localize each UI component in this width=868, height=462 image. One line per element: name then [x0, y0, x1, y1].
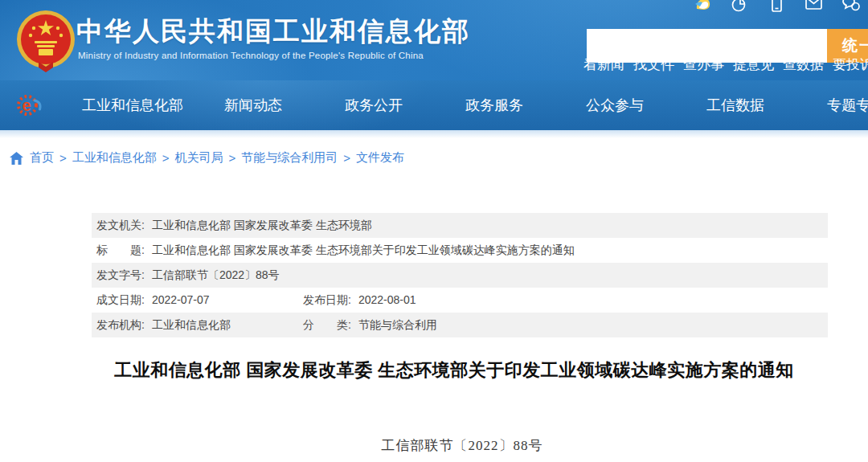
nav-item[interactable]: 政务公开	[313, 80, 434, 130]
quick-link[interactable]: 查数据	[783, 55, 824, 74]
meta-label: 发布机构:	[96, 318, 145, 331]
meta-cell: 发布日期:2022-08-01	[303, 288, 416, 313]
meta-value: 工业和信息化部	[152, 318, 231, 331]
meta-label: 成文日期:	[96, 293, 145, 306]
quick-link[interactable]: 查办事	[683, 55, 724, 74]
nav-item[interactable]: 工信数据	[675, 80, 796, 130]
meta-value: 工业和信息化部 国家发展改革委 生态环境部关于印发工业领域碳达峰实施方案的通知	[152, 243, 575, 256]
quick-link[interactable]: 提意见	[733, 55, 774, 74]
mascot-icon[interactable]	[693, 0, 713, 14]
miit-e-logo-icon[interactable]: e	[15, 90, 44, 121]
doc-number: 工信部联节〔2022〕88号	[76, 436, 848, 455]
mobile-icon[interactable]	[767, 0, 787, 14]
meta-label: 发文机关:	[96, 219, 145, 231]
quick-links: 看新闻找文件查办事提意见查数据要投诉	[583, 55, 868, 74]
breadcrumb-item[interactable]: 文件发布	[356, 150, 404, 166]
nav-item[interactable]: 公众参与	[555, 80, 675, 130]
meta-label: 发布日期:	[303, 293, 351, 306]
meta-value: 2022-07-07	[152, 293, 210, 306]
meta-cell: 标 题:工业和信息化部 国家发展改革委 生态环境部关于印发工业领域碳达峰实施方案…	[96, 238, 575, 263]
meta-value: 节能与综合利用	[358, 318, 437, 331]
quick-link[interactable]: 要投诉	[833, 55, 868, 74]
breadcrumb-item[interactable]: 节能与综合利用司	[241, 150, 338, 166]
meta-row: 成文日期:2022-07-07发布日期:2022-08-01	[92, 288, 828, 313]
meta-value: 工业和信息化部 国家发展改革委 生态环境部	[152, 219, 372, 231]
meta-value: 2022-08-01	[358, 293, 416, 306]
meta-cell: 成文日期:2022-07-07	[96, 288, 210, 313]
breadcrumb-item[interactable]: 首页	[30, 150, 54, 166]
nav-bottom-strip	[0, 130, 868, 138]
wechat-icon[interactable]	[841, 0, 861, 14]
nav-item[interactable]: 工业和信息化部	[72, 80, 193, 130]
meta-label: 分 类:	[303, 318, 351, 331]
meta-cell: 发文机关:工业和信息化部 国家发展改革委 生态环境部	[96, 213, 372, 238]
meta-row: 发布机构:工业和信息化部分 类:节能与综合利用	[92, 313, 828, 337]
article-title: 工业和信息化部 国家发展改革委 生态环境部关于印发工业领域碳达峰实施方案的通知	[68, 358, 840, 382]
meta-row: 标 题:工业和信息化部 国家发展改革委 生态环境部关于印发工业领域碳达峰实施方案…	[92, 238, 828, 263]
breadcrumb-item[interactable]: 工业和信息化部	[72, 150, 157, 166]
nav-item[interactable]: 专题专栏	[796, 80, 868, 130]
meta-row: 发文字号:工信部联节〔2022〕88号	[92, 263, 828, 288]
breadcrumb: 首页>工业和信息化部>机关司局>节能与综合利用司>文件发布	[10, 150, 404, 166]
home-icon[interactable]	[10, 152, 23, 165]
breadcrumb-separator: >	[59, 151, 67, 165]
accessibility-icon[interactable]	[730, 0, 750, 14]
meta-value: 工信部联节〔2022〕88号	[152, 268, 280, 281]
breadcrumb-separator: >	[343, 151, 350, 165]
quick-link[interactable]: 看新闻	[583, 55, 624, 74]
meta-label: 标 题:	[96, 243, 145, 256]
china-national-emblem-icon	[14, 9, 77, 73]
svg-text:e: e	[23, 96, 31, 114]
meta-row: 发文机关:工业和信息化部 国家发展改革委 生态环境部	[92, 213, 828, 238]
site-subtitle: Ministry of Industry and Information Tec…	[78, 51, 424, 60]
meta-cell: 发文字号:工信部联节〔2022〕88号	[96, 263, 280, 288]
site-title: 中华人民共和国工业和信息化部	[76, 14, 470, 50]
meta-cell: 发布机构:工业和信息化部	[96, 313, 231, 337]
doc-meta-table: 发文机关:工业和信息化部 国家发展改革委 生态环境部标 题:工业和信息化部 国家…	[92, 213, 828, 337]
nav-item[interactable]: 政务服务	[434, 80, 555, 130]
meta-cell: 分 类:节能与综合利用	[303, 313, 437, 337]
nav-menu: 工业和信息化部新闻动态政务公开政务服务公众参与工信数据专题专栏	[72, 80, 868, 130]
breadcrumb-item[interactable]: 机关司局	[175, 150, 223, 166]
breadcrumb-separator: >	[229, 151, 236, 165]
meta-label: 发文字号:	[96, 268, 145, 281]
mail-icon[interactable]	[804, 0, 824, 14]
quick-link[interactable]: 找文件	[633, 55, 674, 74]
breadcrumb-separator: >	[162, 151, 170, 165]
nav-item[interactable]: 新闻动态	[193, 80, 313, 130]
header-utility-icons	[693, 0, 868, 14]
site-header: 中华人民共和国工业和信息化部 Ministry of Industry and …	[0, 0, 868, 80]
